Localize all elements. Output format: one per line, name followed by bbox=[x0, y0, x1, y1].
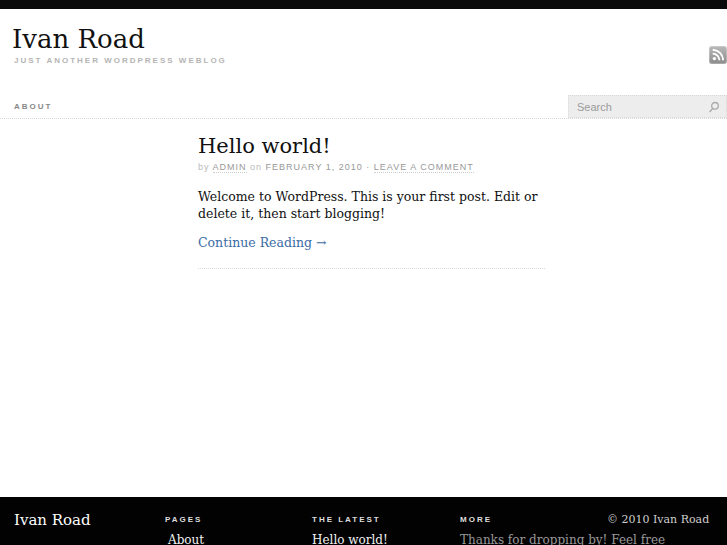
footer-column-title-pages: PAGES bbox=[165, 515, 202, 524]
leave-comment-link[interactable]: LEAVE A COMMENT bbox=[374, 162, 474, 173]
footer-brand[interactable]: Ivan Road bbox=[14, 511, 91, 529]
post-meta: by ADMIN on FEBRUARY 1, 2010 · LEAVE A C… bbox=[198, 162, 545, 172]
post: Hello world! by ADMIN on FEBRUARY 1, 201… bbox=[198, 134, 545, 269]
meta-by-label: by bbox=[198, 162, 210, 172]
post-title[interactable]: Hello world! bbox=[198, 134, 545, 158]
magnifier-icon[interactable] bbox=[707, 100, 720, 113]
meta-on-label: on bbox=[250, 162, 262, 172]
site-footer: Ivan Road PAGES About THE LATEST Hello w… bbox=[0, 497, 727, 545]
site-tagline: JUST ANOTHER WORDPRESS WEBLOG bbox=[14, 56, 227, 65]
rss-glyph bbox=[712, 49, 724, 61]
main-content: Hello world! by ADMIN on FEBRUARY 1, 201… bbox=[198, 134, 545, 269]
footer-copyright: © 2010 Ivan Road bbox=[607, 513, 709, 526]
footer-more-text: Thanks for dropping by! Feel free bbox=[460, 533, 665, 545]
meta-separator: · bbox=[366, 162, 370, 172]
top-black-bar bbox=[0, 0, 727, 9]
main-nav: ABOUT bbox=[0, 90, 727, 119]
rss-icon[interactable] bbox=[709, 46, 727, 64]
footer-column-title-the-latest: THE LATEST bbox=[312, 515, 381, 524]
post-excerpt: Welcome to WordPress. This is your first… bbox=[198, 188, 545, 222]
search-box bbox=[568, 95, 727, 118]
footer-link-about[interactable]: About bbox=[168, 533, 204, 545]
continue-reading-link[interactable]: Continue Reading → bbox=[198, 235, 326, 250]
search-input[interactable] bbox=[569, 96, 707, 117]
nav-item-about[interactable]: ABOUT bbox=[14, 102, 52, 111]
post-date: FEBRUARY 1, 2010 bbox=[266, 162, 363, 172]
footer-column-title-more: MORE bbox=[460, 515, 492, 524]
site-title[interactable]: Ivan Road bbox=[12, 24, 145, 54]
post-author-link[interactable]: ADMIN bbox=[213, 162, 247, 173]
post-divider bbox=[198, 268, 545, 269]
page: Ivan Road JUST ANOTHER WORDPRESS WEBLOG … bbox=[0, 0, 727, 545]
footer-link-hello-world[interactable]: Hello world! bbox=[312, 533, 388, 545]
